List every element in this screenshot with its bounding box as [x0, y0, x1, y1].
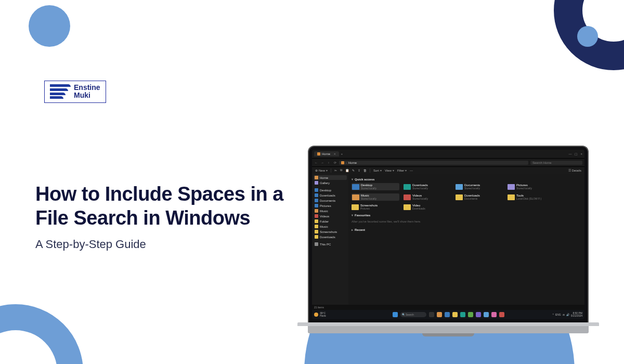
sort-button[interactable]: Sort▾	[373, 168, 382, 172]
close-tab-icon[interactable]: ×	[334, 152, 336, 155]
chevron-up-icon[interactable]: ^	[553, 313, 554, 316]
search-input[interactable]: Search Home	[530, 161, 582, 165]
close-icon[interactable]: ×	[580, 152, 582, 156]
page-subtitle: A Step-by-Step Guide	[35, 238, 311, 251]
taskbar-app-icon[interactable]	[499, 312, 504, 317]
minimize-icon[interactable]: —	[568, 152, 571, 156]
maximize-icon[interactable]: ☐	[575, 152, 577, 156]
item-sublabel: Stored locally	[361, 198, 376, 201]
sidebar-item[interactable]: Folder	[314, 219, 347, 224]
quick-access-item[interactable]: DownloadsDocuments	[456, 193, 503, 201]
taskbar-app-icon[interactable]	[468, 312, 473, 317]
start-icon[interactable]	[393, 312, 398, 317]
folder-icon	[315, 188, 318, 192]
details-pane-button[interactable]: ☰Details	[568, 168, 581, 172]
quick-access-item[interactable]: ToolsLocal Disk (SLOW F:)	[508, 193, 555, 201]
favourites-header[interactable]: ▾Favourites	[352, 213, 581, 217]
sidebar-item-label: Home	[320, 176, 328, 179]
quick-access-item[interactable]: DocumentsStored locally	[456, 183, 503, 190]
paste-icon[interactable]: 📋	[345, 168, 349, 172]
nav-up-icon[interactable]: ↑	[327, 161, 331, 164]
quick-access-item[interactable]: DesktopStored locally	[352, 183, 399, 190]
sidebar-item[interactable]: Downloads	[314, 193, 347, 198]
window-titlebar: Home × + — ☐ ×	[312, 150, 584, 158]
sidebar-item-label: Screenshots	[320, 230, 337, 233]
taskbar-app-icon[interactable]	[445, 312, 450, 317]
folder-icon	[456, 194, 463, 200]
quick-access-header[interactable]: ▾Quick access	[352, 177, 581, 181]
address-bar-row: ← → ↑ ⟳ › Home Search Home	[312, 158, 584, 166]
copy-icon[interactable]: ⧉	[340, 168, 342, 172]
sidebar-item[interactable]: This PC	[314, 242, 347, 246]
language-indicator[interactable]: ENG	[555, 313, 561, 316]
quick-access-item[interactable]: VideosStored locally	[404, 193, 451, 201]
address-bar[interactable]: › Home	[339, 161, 528, 165]
sidebar-item[interactable]: Gallery	[314, 180, 347, 185]
sidebar-item[interactable]: Desktop	[314, 188, 347, 192]
headline-block: How to Include Spaces in a File Search i…	[35, 182, 311, 251]
filter-button[interactable]: Filter▾	[397, 168, 407, 172]
sidebar-item[interactable]: Music	[314, 209, 347, 213]
sidebar-item[interactable]: Downloads	[314, 235, 347, 239]
window-tab[interactable]: Home ×	[314, 151, 339, 157]
explorer-content: ▾Quick access DesktopStored locallyDownl…	[348, 174, 584, 305]
volume-icon[interactable]: 🔊	[566, 313, 569, 316]
sidebar-item[interactable]: Pictures	[314, 203, 347, 208]
sidebar-item-label: Videos	[320, 215, 329, 218]
folder-icon	[315, 193, 318, 197]
favourites-empty-text: After you've favorited some files, we'll…	[352, 219, 581, 226]
delete-icon[interactable]: 🗑	[363, 169, 367, 172]
sidebar-item-label: Downloads	[320, 236, 335, 239]
sidebar-item[interactable]: Screenshots	[314, 229, 347, 234]
sidebar-item-label: Documents	[320, 199, 335, 202]
quick-access-item[interactable]: ScreenshotsPictures	[352, 204, 399, 210]
system-tray[interactable]: ^ ENG ⋒ 🔊 8:50 PM 5/21/2024	[553, 312, 582, 317]
nav-back-icon[interactable]: ←	[314, 161, 318, 164]
nav-refresh-icon[interactable]: ⟳	[333, 161, 337, 164]
sidebar-item[interactable]: Home	[314, 175, 347, 180]
taskbar-app-icon[interactable]	[476, 312, 481, 317]
sidebar-item-label: Folder	[320, 220, 329, 223]
taskbar-app-icon[interactable]	[460, 312, 465, 317]
new-tab-button[interactable]: +	[341, 152, 343, 155]
recent-header[interactable]: ▸Recent	[352, 228, 581, 231]
share-icon[interactable]: ⇪	[358, 168, 360, 172]
quick-access-item[interactable]: MusicStored locally	[352, 193, 399, 201]
folder-icon	[315, 209, 318, 213]
taskbar-search[interactable]: 🔍 Search	[400, 312, 426, 317]
status-bar: 21 items	[312, 305, 584, 310]
sidebar-item[interactable]: Music	[314, 224, 347, 229]
sidebar-item[interactable]: Videos	[314, 214, 347, 218]
task-view-icon[interactable]	[429, 312, 434, 317]
folder-icon	[315, 225, 318, 228]
folder-icon	[352, 204, 359, 210]
view-button[interactable]: View▾	[385, 168, 394, 172]
folder-icon	[315, 242, 318, 246]
taskbar-app-icon[interactable]	[491, 312, 497, 317]
home-icon	[317, 152, 320, 155]
decorative-circle-top-left	[29, 5, 70, 47]
taskbar-app-icon[interactable]	[437, 312, 442, 317]
folder-icon	[508, 184, 515, 190]
wifi-icon[interactable]: ⋒	[563, 313, 565, 316]
laptop-foot	[422, 333, 474, 336]
new-button[interactable]: ⊕New▾	[315, 168, 328, 172]
folder-icon	[315, 176, 318, 179]
explorer-taskbar-icon[interactable]	[452, 312, 458, 317]
item-sublabel: Stored locally	[412, 198, 428, 201]
explorer-toolbar: ⊕New▾ ✂ ⧉ 📋 ✎ ⇪ 🗑 Sort▾ View▾ Filter▾ ⋯ …	[312, 166, 584, 174]
more-icon[interactable]: ⋯	[410, 168, 413, 172]
tab-label: Home	[322, 152, 330, 155]
edge-icon[interactable]	[484, 312, 489, 317]
sidebar-item[interactable]: Documents	[314, 198, 347, 203]
nav-forward-icon[interactable]: →	[320, 161, 324, 164]
rename-icon[interactable]: ✎	[352, 168, 355, 172]
quick-access-item[interactable]: VideoDownloads	[404, 204, 451, 210]
folder-icon	[315, 219, 318, 223]
weather-widget[interactable]: 39°C Haze	[314, 312, 326, 317]
item-sublabel: Downloads	[412, 207, 425, 211]
quick-access-item[interactable]: DownloadsStored locally	[404, 183, 451, 190]
cut-icon[interactable]: ✂	[334, 168, 337, 172]
laptop-hinge	[308, 326, 589, 333]
quick-access-item[interactable]: PicturesStored locally	[508, 183, 555, 190]
